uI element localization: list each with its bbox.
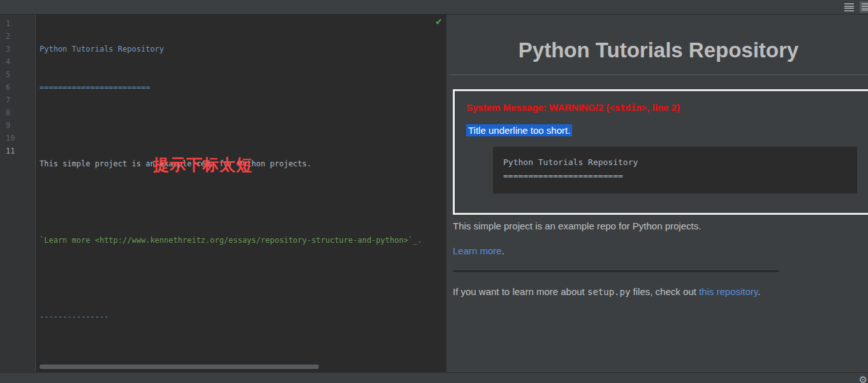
preview-paragraph: If you want to learn more about setup.py… — [453, 286, 868, 297]
code-line: `Learn more <http://www.kennethreitz.org… — [40, 234, 446, 247]
code-line-empty — [40, 349, 446, 361]
line-number-gutter: 1 2 3 4 5 6 7 8 9 10 11 — [0, 15, 36, 372]
horizontal-scrollbar-thumb[interactable] — [40, 365, 319, 369]
rst-transition-line: --------------- — [40, 312, 108, 321]
code-line: ======================== — [40, 81, 446, 94]
learn-more-link[interactable]: Learn more — [453, 245, 502, 256]
preview-paragraph: This simple project is an example repo f… — [453, 220, 868, 231]
status-bar: ⚙ — [0, 372, 868, 383]
section-divider — [453, 270, 779, 272]
line-number: 10 — [0, 132, 35, 145]
inline-code-setup-py: setup.py — [587, 287, 630, 297]
warning-heading-text: System Message: WARNING/2 ( — [466, 102, 609, 113]
chinese-annotation-underline-too-short: 提示下标太短 — [153, 158, 253, 171]
line-number: 4 — [0, 55, 35, 68]
line-number: 7 — [0, 94, 35, 106]
code-area[interactable]: Python Tutorials Repository ============… — [40, 17, 446, 372]
sentence-period: . — [502, 245, 504, 256]
rst-title-underline: ======================== — [40, 83, 150, 92]
line-number: 9 — [0, 119, 35, 132]
line-number: 5 — [0, 68, 35, 81]
code-line: Python Tutorials Repository — [40, 43, 446, 55]
system-message-warning-box: System Message: WARNING/2 (<stdin>, line… — [453, 89, 868, 215]
literal-block: Python Tutorials Repository=============… — [493, 147, 857, 194]
code-line-empty — [40, 196, 446, 208]
code-line-empty — [40, 119, 446, 132]
preview-paragraph: Learn more. — [453, 245, 868, 256]
this-repository-link[interactable]: this repository — [699, 286, 758, 297]
rst-link-text: `Learn more <http://www.kennethreitz.org… — [40, 236, 422, 245]
paragraph-text: files, check out — [630, 286, 699, 297]
rst-title-text: Python Tutorials Repository — [40, 45, 164, 54]
code-line: --------------- — [40, 310, 446, 323]
sentence-period: . — [758, 286, 760, 297]
line-number-current: 11 — [0, 145, 35, 157]
inspection-ok-checkmark-icon[interactable]: ✔ — [435, 15, 443, 28]
warning-heading: System Message: WARNING/2 (<stdin>, line… — [466, 102, 862, 113]
line-number: 8 — [0, 106, 35, 119]
line-number: 2 — [0, 30, 35, 43]
literal-block-line: ======================== — [503, 169, 847, 182]
warning-message: Title underline too short. — [466, 125, 862, 136]
warning-stdin-literal: <stdin> — [609, 103, 647, 113]
line-number: 6 — [0, 81, 35, 94]
document-title: Python Tutorials Repository — [449, 38, 868, 75]
editor-pane: 1 2 3 4 5 6 7 8 9 10 11 Python Tutorials… — [0, 15, 446, 372]
code-line-empty — [40, 272, 446, 285]
warning-message-highlighted: Title underline too short. — [466, 124, 572, 136]
preview-layout-icon-glyph — [862, 3, 868, 11]
preview-pane: Python Tutorials Repository System Messa… — [446, 15, 868, 372]
line-number: 1 — [0, 17, 35, 30]
line-number: 3 — [0, 43, 35, 55]
warning-heading-text: , line 2) — [647, 102, 680, 113]
literal-block-line: Python Tutorials Repository — [503, 155, 847, 169]
toolbar — [0, 0, 868, 15]
structure-icon[interactable] — [844, 3, 854, 11]
toolbar-icon-group — [844, 0, 868, 14]
paragraph-text: If you want to learn more about — [453, 286, 587, 297]
gear-icon[interactable]: ⚙ — [859, 374, 867, 383]
preview-layout-icon[interactable] — [860, 1, 868, 13]
